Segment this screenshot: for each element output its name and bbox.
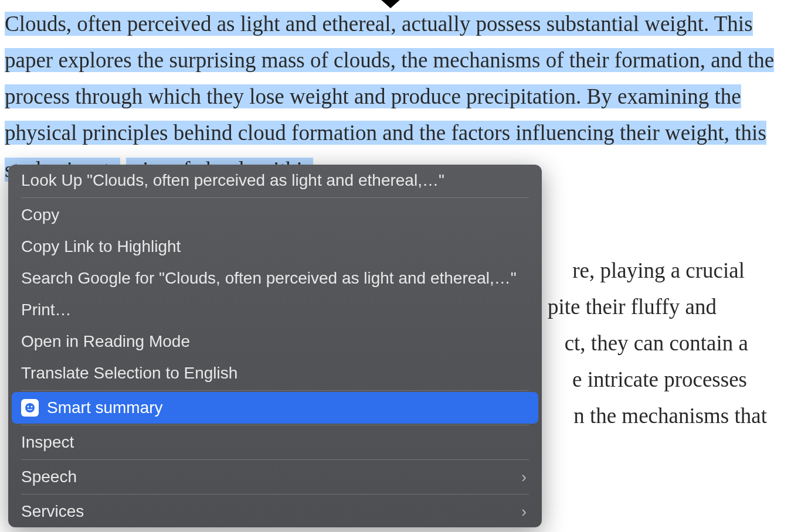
menu-divider: [21, 459, 529, 460]
menu-item-print[interactable]: Print…: [8, 294, 542, 326]
menu-item-label: Copy Link to Highlight: [21, 237, 181, 256]
menu-item-label: Open in Reading Mode: [21, 332, 190, 351]
menu-item-label: Look Up "Clouds, often perceived as ligh…: [21, 171, 444, 190]
chevron-right-icon: ›: [521, 468, 527, 486]
menu-divider: [21, 390, 529, 391]
svg-point-2: [31, 406, 33, 408]
menu-divider: [21, 197, 529, 198]
chevron-right-icon: ›: [521, 503, 527, 521]
menu-item-reading-mode[interactable]: Open in Reading Mode: [8, 326, 542, 357]
menu-item-label: Search Google for "Clouds, often perceiv…: [21, 269, 517, 288]
menu-item-label: Print…: [21, 301, 72, 319]
menu-item-copy[interactable]: Copy: [8, 199, 542, 231]
context-menu: Look Up "Clouds, often perceived as ligh…: [8, 165, 542, 527]
menu-divider: [21, 494, 529, 495]
menu-divider: [21, 425, 529, 425]
selected-text[interactable]: Clouds, often perceived as light and eth…: [5, 12, 774, 182]
menu-item-services[interactable]: Services ›: [8, 496, 542, 527]
menu-item-label: Inspect: [21, 433, 74, 452]
menu-item-look-up[interactable]: Look Up "Clouds, often perceived as ligh…: [8, 165, 542, 196]
svg-point-0: [25, 403, 35, 412]
menu-item-speech[interactable]: Speech ›: [8, 461, 542, 493]
menu-item-smart-summary[interactable]: Smart summary: [12, 392, 538, 424]
menu-item-label: Smart summary: [47, 398, 163, 417]
svg-point-1: [28, 406, 29, 408]
menu-item-copy-link[interactable]: Copy Link to Highlight: [8, 231, 542, 262]
menu-item-inspect[interactable]: Inspect: [8, 427, 542, 458]
smart-summary-icon: [21, 399, 39, 417]
menu-item-search-google[interactable]: Search Google for "Clouds, often perceiv…: [8, 262, 542, 294]
menu-item-label: Speech: [21, 468, 77, 486]
selection-pointer-icon: [380, 0, 401, 8]
document-body: Clouds, often perceived as light and eth…: [0, 0, 808, 188]
menu-item-label: Translate Selection to English: [21, 364, 237, 383]
menu-item-translate[interactable]: Translate Selection to English: [8, 357, 542, 389]
menu-item-label: Copy: [21, 206, 59, 224]
menu-item-label: Services: [21, 502, 84, 521]
